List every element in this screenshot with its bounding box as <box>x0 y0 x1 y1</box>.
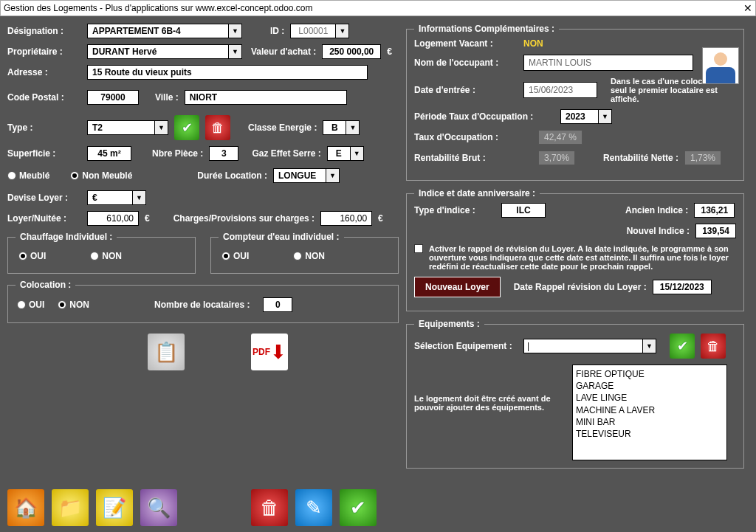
currency-combo[interactable]: €▼ <box>87 190 146 205</box>
info-fieldset: Informations Complémentaires : Logement … <box>406 24 744 181</box>
heating-fieldset: Chauffage Individuel : OUI NON <box>7 232 196 274</box>
currency-label: Devise Loyer : <box>7 193 81 203</box>
type-label: Type : <box>7 122 81 133</box>
folder-button[interactable]: 📁 <box>52 489 89 526</box>
id-combo[interactable]: L00001▼ <box>290 24 349 38</box>
equip-item[interactable]: LAVE LINGE <box>576 392 724 404</box>
home-button[interactable]: 🏠 <box>7 489 44 526</box>
new-rent-button[interactable]: Nouveau Loyer <box>414 277 501 297</box>
clipboard-button[interactable]: 📋 <box>148 334 185 370</box>
equip-item[interactable]: TELEVISEUR <box>576 428 724 440</box>
net-value: 1,73% <box>684 151 721 165</box>
tenants-input[interactable]: 0 <box>263 297 292 312</box>
equip-item[interactable]: GARAGE <box>576 380 724 392</box>
designation-label: Désignation : <box>7 26 81 36</box>
old-index[interactable]: 136,21 <box>694 203 735 218</box>
new-index[interactable]: 139,54 <box>695 224 736 238</box>
occrate-value: 42,47 % <box>538 130 583 145</box>
avatar-icon <box>702 47 739 84</box>
gas-combo[interactable]: E▼ <box>327 146 364 161</box>
heating-non[interactable]: NON <box>90 251 122 261</box>
rooms-label: Nbre Pièce : <box>152 148 203 159</box>
index-fieldset: Indice et date anniversaire : Type d'ind… <box>406 188 744 311</box>
save-button[interactable]: ✔ <box>340 489 377 526</box>
energy-combo[interactable]: B▼ <box>323 120 360 135</box>
equip-item[interactable]: MACHINE A LAVER <box>576 404 724 416</box>
unfurnished-radio[interactable]: Non Meublé <box>70 170 132 181</box>
equip-combo[interactable]: ▼ <box>523 339 656 353</box>
equip-item[interactable]: FIBRE OPTIQUE <box>576 368 724 380</box>
index-type[interactable]: ILC <box>501 203 546 218</box>
city-label: Ville : <box>155 92 179 103</box>
reminder-checkbox[interactable] <box>414 244 423 253</box>
designation-combo[interactable]: APPARTEMENT 6B-4▼ <box>87 24 242 38</box>
charges-label: Charges/Provisions sur charges : <box>173 213 315 224</box>
reminder-date[interactable]: 15/12/2023 <box>653 280 712 294</box>
equip-delete-button[interactable]: 🗑 <box>701 334 726 359</box>
water-fieldset: Compteur d'eau individuel : OUI NON <box>210 232 399 274</box>
confirm-type-button[interactable]: ✔ <box>174 115 199 140</box>
area-label: Superficie : <box>7 148 81 159</box>
water-non[interactable]: NON <box>293 251 325 261</box>
equip-listbox[interactable]: FIBRE OPTIQUEGARAGELAVE LINGEMACHINE A L… <box>572 365 727 460</box>
duration-label: Durée Location : <box>197 170 267 181</box>
rent-input[interactable]: 610,00 <box>87 211 139 226</box>
delete-type-button[interactable]: 🗑 <box>205 115 230 140</box>
postal-input[interactable]: 79000 <box>87 90 139 105</box>
furnished-radio[interactable]: Meublé <box>7 170 49 181</box>
rooms-input[interactable]: 3 <box>209 146 238 161</box>
heating-oui[interactable]: OUI <box>18 251 46 261</box>
vacant-value: NON <box>523 38 543 49</box>
city-input[interactable]: NIORT <box>185 90 347 105</box>
duration-combo[interactable]: LONGUE▼ <box>273 168 340 183</box>
gross-value: 3,70% <box>538 151 575 165</box>
coloc-fieldset: Colocation : OUI NON Nombre de locataire… <box>7 280 399 323</box>
energy-label: Classe Energie : <box>248 122 317 133</box>
notes-button[interactable]: 📝 <box>96 489 133 526</box>
equip-add-button[interactable]: ✔ <box>670 334 695 359</box>
address-label: Adresse : <box>7 67 81 77</box>
equip-fieldset: Equipements : Sélection Equipement : ▼ ✔… <box>406 319 744 469</box>
occ-period-combo[interactable]: 2023▼ <box>560 109 612 124</box>
coloc-oui[interactable]: OUI <box>17 300 44 310</box>
delete-button[interactable]: 🗑 <box>251 489 288 526</box>
area-input[interactable]: 45 m² <box>87 146 131 161</box>
owner-combo[interactable]: DURANT Hervé▼ <box>87 44 242 59</box>
edit-button[interactable]: ✎ <box>295 489 332 526</box>
water-oui[interactable]: OUI <box>221 251 249 261</box>
owner-label: Propriétaire : <box>7 46 81 57</box>
equip-item[interactable]: MINI BAR <box>576 416 724 428</box>
coloc-non[interactable]: NON <box>58 300 89 310</box>
purchase-value[interactable]: 250 000,00 <box>322 44 381 59</box>
stats-button[interactable]: 🔍 <box>140 489 177 526</box>
close-icon[interactable]: ✕ <box>743 2 752 14</box>
type-combo[interactable]: T2▼ <box>87 120 168 135</box>
id-label: ID : <box>270 26 284 36</box>
address-input[interactable]: 15 Route du vieux puits <box>87 65 368 80</box>
title-bar: Gestion des Logements - Plus d'applicati… <box>0 0 756 16</box>
postal-label: Code Postal : <box>7 92 81 103</box>
charges-input[interactable]: 160,00 <box>320 211 372 226</box>
window-title: Gestion des Logements - Plus d'applicati… <box>4 3 313 13</box>
purchase-label: Valeur d'achat : <box>251 46 316 57</box>
tenants-label: Nombre de locataires : <box>154 300 250 310</box>
entry-date[interactable]: 15/06/2023 <box>523 82 597 98</box>
gas-label: Gaz Effet Serre : <box>252 148 320 159</box>
pdf-export-button[interactable]: PDF⬇ <box>251 334 288 370</box>
occupant-input[interactable]: MARTIN LOUIS <box>523 55 693 71</box>
rent-label: Loyer/Nuitée : <box>7 213 81 224</box>
